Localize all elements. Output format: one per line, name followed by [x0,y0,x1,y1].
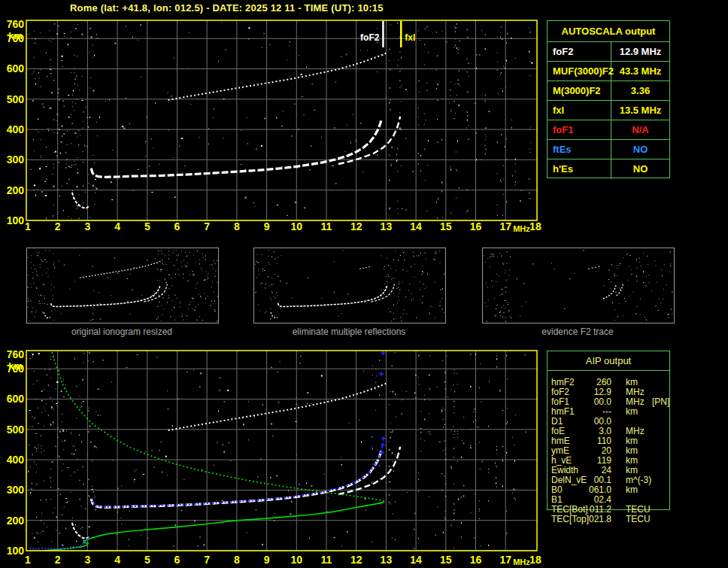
svg-text:6: 6 [174,220,180,232]
svg-text:12: 12 [350,554,362,566]
svg-text:1: 1 [25,554,31,566]
parameter-name: foF1 [548,120,611,139]
svg-text:200: 200 [7,515,25,527]
svg-text:500: 500 [7,424,25,436]
parameter-value: 3.36 [611,81,669,100]
svg-text:8: 8 [234,554,240,566]
aip-table-title: AIP output [547,355,670,366]
svg-text:760: 760 [7,18,25,30]
svg-text:8: 8 [234,220,240,232]
svg-text:12: 12 [350,220,362,232]
svg-text:600: 600 [7,62,25,74]
svg-text:9: 9 [264,220,270,232]
parameter-value: 13.5 MHz [611,101,669,120]
svg-text:400: 400 [7,123,25,135]
svg-text:5: 5 [144,220,150,232]
parameter-value: NO [611,140,669,159]
parameter-name: h'Es [548,159,611,179]
aip-value: 021.8 [568,515,611,524]
svg-text:14: 14 [410,554,422,566]
aip-unit: TECU [626,515,651,524]
svg-text:760: 760 [7,348,25,360]
svg-text:15: 15 [440,220,452,232]
svg-text:700: 700 [7,32,25,44]
svg-text:13: 13 [381,220,393,232]
parameter-name: ftEs [548,140,611,159]
autoscala-row-MUF(3000)F2: MUF(3000)F243.3 MHz [548,62,669,81]
svg-text:100: 100 [7,214,25,226]
svg-text:4: 4 [114,554,120,566]
autoscala-row-h'Es: h'EsNO [548,159,669,179]
marker-label-foF2: foF2 [360,32,380,43]
svg-text:3: 3 [85,554,91,566]
svg-text:7: 7 [204,220,210,232]
svg-text:200: 200 [7,184,25,196]
autoscala-table-title: AUTOSCALA output [548,21,669,42]
parameter-name: MUF(3000)F2 [548,62,611,80]
profile-plot-bottom: 760km10020030040050060070012345678910111… [0,340,549,568]
svg-text:3: 3 [85,220,91,232]
autoscala-output-table: AUTOSCALA output foF212.9 MHzMUF(3000)F2… [547,20,670,178]
autoscala-row-foF1: foF1N/A [548,120,669,140]
svg-text:500: 500 [7,93,25,105]
thumbnail-original-ionogram [26,248,219,323]
thumbnail-caption: evidence F2 trace [482,327,673,337]
svg-text:2: 2 [55,554,61,566]
svg-text:15: 15 [440,554,452,566]
svg-text:700: 700 [7,363,25,375]
svg-text:16: 16 [470,220,482,232]
svg-text:18: 18 [529,554,541,566]
svg-text:17: 17 [499,554,511,566]
svg-text:16: 16 [470,554,482,566]
parameter-name: M(3000)F2 [548,81,611,100]
svg-text:400: 400 [7,454,25,466]
svg-text:9: 9 [264,554,270,566]
svg-text:4: 4 [114,220,120,232]
aip-row-TEC[Top]: TEC[Top]021.8TECU [547,515,672,524]
svg-text:7: 7 [204,554,210,566]
ionogram-plot-top: foF2fxI760km1002003004005006007001234567… [0,11,549,238]
parameter-value: N/A [611,120,669,139]
aip-unit: km [626,485,638,495]
parameter-value: 12.9 MHz [611,42,669,61]
svg-text:300: 300 [7,153,25,166]
parameter-name: fxI [548,101,611,120]
autoscala-row-fxI: fxI13.5 MHz [548,101,669,120]
svg-text:11: 11 [321,554,332,566]
svg-text:17: 17 [499,220,511,232]
svg-text:300: 300 [7,484,25,496]
svg-text:MHz: MHz [513,224,530,233]
autoscala-row-ftEs: ftEsNO [548,140,669,159]
parameter-value: 43.3 MHz [611,62,669,80]
svg-text:14: 14 [410,220,422,232]
svg-text:11: 11 [321,220,332,232]
thumbnail-eliminate-reflections [253,248,446,323]
autoscala-table-rows: foF212.9 MHzMUF(3000)F243.3 MHzM(3000)F2… [548,42,669,179]
aip-extra: [PN] [652,397,669,407]
thumbnail-evidence-f2-trace [482,248,675,323]
svg-text:100: 100 [7,545,25,557]
svg-text:10: 10 [291,554,303,566]
thumbnail-caption: eliminate multiple reflections [253,327,444,337]
thumbnail-caption: original ionogram resized [26,327,217,337]
svg-text:2: 2 [55,220,61,232]
svg-text:13: 13 [381,554,393,566]
svg-text:600: 600 [7,393,25,405]
parameter-name: foF2 [548,42,611,61]
svg-text:5: 5 [144,554,150,566]
svg-text:18: 18 [529,220,541,232]
autoscala-row-foF2: foF212.9 MHz [548,42,669,62]
aip-output-panel: AIP output hmF2260kmfoF212.9MHzfoF100.0M… [547,351,672,531]
marker-label-fxI: fxI [405,32,415,43]
autoscala-row-M(3000)F2: M(3000)F23.36 [548,81,669,101]
aip-unit: km [626,407,638,417]
aip-header-divider [548,370,669,371]
svg-text:1: 1 [25,220,31,232]
svg-text:6: 6 [174,554,180,566]
parameter-value: NO [611,159,669,179]
svg-text:MHz: MHz [513,557,530,566]
autoscala-window: Rome (lat: +41.8, lon: 012.5) - DATE: 20… [0,0,728,568]
svg-text:10: 10 [291,220,303,232]
